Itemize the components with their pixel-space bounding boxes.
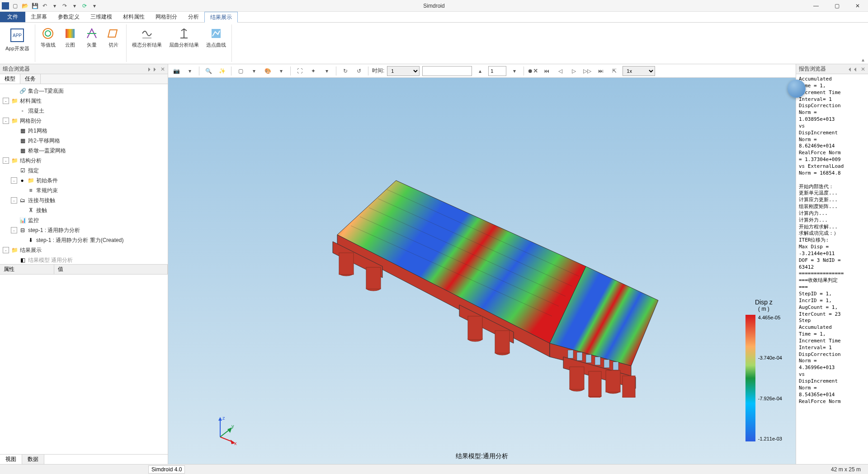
vt-play-icon[interactable]: ▷ <box>568 66 579 76</box>
vt-time-input[interactable] <box>422 66 472 76</box>
tree-toggle-icon[interactable]: - <box>11 197 17 204</box>
tree-node[interactable]: ≡常规约束 <box>0 185 168 195</box>
vt-first-icon[interactable]: ⏮ <box>541 66 552 76</box>
vt-rotate-cw-icon[interactable]: ↻ <box>340 66 351 76</box>
floating-orb-icon[interactable] <box>788 80 806 98</box>
minimize-button[interactable]: — <box>806 0 826 12</box>
ribbon-vector-button[interactable]: 矢量 <box>83 24 101 50</box>
viewport-3d[interactable]: z x y Disp z ( m ) 4.465e-05 -3.740e-04 … <box>168 78 796 464</box>
tree-item-icon: 📁 <box>11 157 18 164</box>
vt-spin-icon[interactable]: ▾ <box>509 66 520 76</box>
tree-toggle-icon[interactable]: - <box>3 118 9 124</box>
rpanel-close-icon[interactable]: ✕ <box>861 66 865 72</box>
bottom-tab-view[interactable]: 视图 <box>0 455 22 464</box>
tree-node[interactable]: -📁结果展示 <box>0 245 168 255</box>
ribbon-collapse-icon[interactable]: ▴ <box>862 57 864 63</box>
tree-node[interactable]: -⊟step-1 : 通用静力分析 <box>0 225 168 235</box>
tree-toggle-icon[interactable]: - <box>11 177 17 184</box>
status-dimensions: 42 m x 25 m <box>831 466 864 473</box>
app-icon <box>2 2 9 9</box>
qat-undo-icon[interactable]: ↶ <box>41 2 49 10</box>
tree-node[interactable]: -📁网格剖分 <box>0 116 168 126</box>
viewport-caption: 结果模型:通用分析 <box>456 452 508 460</box>
vt-axes-dd-icon[interactable]: ▾ <box>321 66 332 76</box>
vt-frame-input[interactable] <box>488 66 506 76</box>
vt-camera-icon[interactable]: 📷 <box>171 66 182 76</box>
ribbon-app-dev-button[interactable]: APP App开发器 <box>4 24 31 54</box>
vt-zoom-icon[interactable]: 🔍 <box>203 66 214 76</box>
qat-dropdown2-icon[interactable]: ▾ <box>90 2 99 10</box>
qat-refresh-icon[interactable]: ⟳ <box>80 2 89 10</box>
tree-node[interactable]: ▦桥墩—盖梁网格 <box>0 146 168 156</box>
tree-toggle-icon[interactable]: - <box>3 98 9 104</box>
vt-box-dd-icon[interactable]: ▾ <box>249 66 259 76</box>
svg-rect-18 <box>568 350 573 358</box>
qat-dropdown-icon[interactable]: ▾ <box>51 2 59 10</box>
tree-toggle-icon[interactable]: - <box>11 227 17 233</box>
cloud-icon <box>63 26 77 41</box>
vt-select-icon[interactable]: ⛶ <box>294 66 305 76</box>
menu-results[interactable]: 结果展示 <box>204 12 238 23</box>
report-log[interactable]: Accumulated Time = 1, Increment Time Int… <box>796 74 868 464</box>
tree-node[interactable]: ▦跨1网格 <box>0 126 168 136</box>
vt-axes-icon[interactable]: ✦ <box>308 66 319 76</box>
slice-icon <box>106 26 121 41</box>
tree-toggle-icon[interactable]: - <box>3 247 9 253</box>
maximize-button[interactable]: ▢ <box>826 0 847 12</box>
menu-3d-model[interactable]: 三维建模 <box>85 12 118 22</box>
vt-next-icon[interactable]: ▷▷ <box>582 66 593 76</box>
menu-params[interactable]: 参数定义 <box>52 12 85 22</box>
tree-node[interactable]: ◦混凝土 <box>0 106 168 116</box>
vt-speed-select[interactable]: 1x <box>623 66 655 76</box>
menu-mesh[interactable]: 网格剖分 <box>150 12 183 22</box>
qat-save-icon[interactable]: 💾 <box>31 2 39 10</box>
menu-file[interactable]: 文件 <box>0 12 25 22</box>
vt-palette-icon[interactable]: 🎨 <box>262 66 273 76</box>
panel-pin-icon[interactable]: ⏵⏵ <box>147 66 158 72</box>
model-tree[interactable]: 🔗集合—T梁底面-📁材料属性◦混凝土-📁网格剖分▦跨1网格▦跨2-平移网格▦桥墩… <box>0 84 168 264</box>
tree-node[interactable]: -📁结构分析 <box>0 156 168 166</box>
ribbon-cloud-button[interactable]: 云图 <box>61 24 79 50</box>
vt-last-icon[interactable]: ⏭ <box>595 66 606 76</box>
qat-open-icon[interactable]: 📂 <box>21 2 29 10</box>
rpanel-pin-icon[interactable]: ⏴⏴ <box>847 66 858 72</box>
tree-node[interactable]: ▦跨2-平移网格 <box>0 136 168 146</box>
tree-node[interactable]: ☑指定 <box>0 166 168 175</box>
bottom-tab-data[interactable]: 数据 <box>22 455 44 464</box>
tree-node[interactable]: 📊监控 <box>0 215 168 225</box>
qat-redo-icon[interactable]: ↷ <box>61 2 69 10</box>
tree-node[interactable]: ⬇step-1 : 通用静力分析 重力(Created) <box>0 235 168 245</box>
vt-spin-up-icon[interactable]: ▴ <box>475 66 486 76</box>
ribbon-contour-button[interactable]: 等值线 <box>39 24 57 50</box>
left-tab-tasks[interactable]: 任务 <box>20 74 41 84</box>
vt-time-label: 时间: <box>372 67 384 75</box>
tree-node[interactable]: 🔗集合—T梁底面 <box>0 86 168 96</box>
qat-new-icon[interactable]: ▢ <box>11 2 19 10</box>
tree-toggle-icon[interactable]: - <box>3 157 9 164</box>
left-tab-model[interactable]: 模型 <box>0 74 20 84</box>
vt-palette-dd-icon[interactable]: ▾ <box>276 66 287 76</box>
menu-material[interactable]: 材料属性 <box>118 12 150 22</box>
vt-export-icon[interactable]: ⇱ <box>609 66 620 76</box>
vt-rotate-ccw-icon[interactable]: ↺ <box>354 66 364 76</box>
vt-record-icon[interactable]: ⏺✕ <box>528 66 538 76</box>
panel-close-icon[interactable]: ✕ <box>160 66 165 72</box>
vt-prev-icon[interactable]: ◁ <box>555 66 566 76</box>
close-button[interactable]: ✕ <box>847 0 868 12</box>
menu-main-screen[interactable]: 主屏幕 <box>25 12 52 22</box>
vt-camera-dd-icon[interactable]: ▾ <box>184 66 195 76</box>
tree-node[interactable]: -●📁初始条件 <box>0 175 168 185</box>
ribbon-buckling-button[interactable]: 屈曲分析结果 <box>167 24 201 50</box>
vt-time-select[interactable]: 1 <box>387 66 420 76</box>
tree-node[interactable]: ◧结果模型 通用分析 <box>0 255 168 264</box>
tree-node[interactable]: -📁材料属性 <box>0 96 168 106</box>
menu-analysis[interactable]: 分析 <box>183 12 204 22</box>
tree-node[interactable]: ⊼接触 <box>0 205 168 215</box>
ribbon-modal-button[interactable]: 模态分析结果 <box>130 24 164 50</box>
ribbon-slice-button[interactable]: 切片 <box>104 24 123 50</box>
vt-box-icon[interactable]: ▢ <box>235 66 246 76</box>
tree-item-label: 桥墩—盖梁网格 <box>28 147 66 155</box>
tree-node[interactable]: -🗂连接与接触 <box>0 195 168 205</box>
ribbon-curve-button[interactable]: 选点曲线 <box>204 24 228 50</box>
vt-highlight-icon[interactable]: ✨ <box>217 66 227 76</box>
